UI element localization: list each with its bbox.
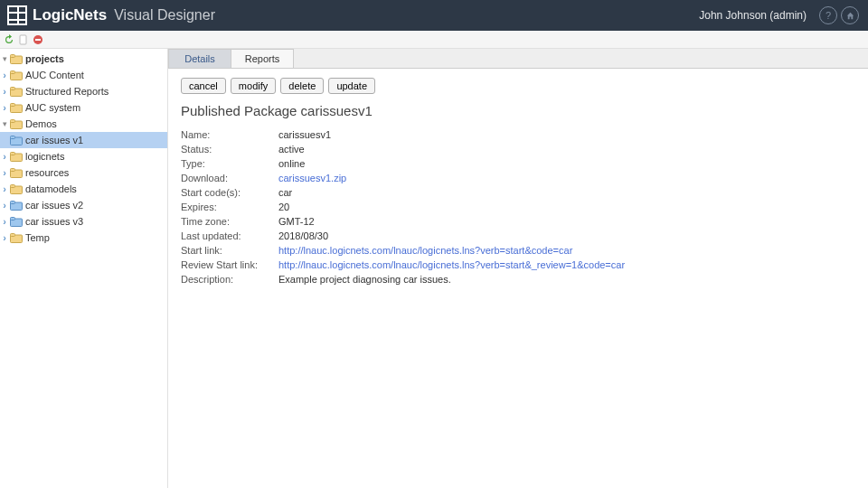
tree-item[interactable]: ›car issues v3: [0, 214, 167, 229]
tree-item-label: datamodels: [25, 182, 77, 196]
folder-icon: [10, 119, 23, 129]
svg-rect-20: [11, 184, 15, 187]
modify-button[interactable]: modify: [231, 78, 276, 94]
svg-rect-10: [11, 103, 15, 106]
tree-root-label: projects: [25, 52, 64, 66]
folder-icon: [10, 168, 23, 178]
svg-rect-24: [11, 217, 15, 220]
details-content: cancel modify delete update Published Pa…: [168, 69, 868, 296]
refresh-icon[interactable]: [4, 34, 14, 45]
svg-rect-14: [11, 136, 15, 138]
svg-rect-26: [11, 233, 15, 236]
product-name: Visual Designer: [114, 7, 215, 23]
table-row: Expires:20: [181, 200, 630, 214]
tree-item-label: car issues v3: [25, 214, 83, 229]
tree-item-label: AUC system: [25, 100, 80, 115]
folder-icon: [10, 70, 23, 80]
folder-icon: [10, 217, 23, 227]
svg-rect-18: [11, 168, 15, 171]
folder-icon: [10, 201, 23, 211]
tree-item[interactable]: ›datamodels: [0, 182, 167, 196]
delete-button[interactable]: delete: [280, 78, 324, 94]
table-row: Description:Example project diagnosing c…: [181, 272, 630, 286]
field-value[interactable]: carissuesv1.zip: [278, 171, 630, 185]
svg-rect-8: [11, 87, 15, 89]
field-value[interactable]: http://lnauc.logicnets.com/lnauc/logicne…: [278, 243, 630, 258]
table-row: Status:active: [181, 142, 630, 156]
tree-item[interactable]: ›car issues v2: [0, 198, 167, 212]
tree-item[interactable]: car issues v1: [0, 133, 167, 147]
new-doc-icon[interactable]: [18, 34, 29, 45]
arrow-right-icon[interactable]: ›: [0, 149, 9, 164]
tree-item[interactable]: ▾Demos: [0, 117, 167, 131]
tree-item-label: car issues v2: [25, 198, 83, 212]
page-title: Published Package carissuesv1: [181, 103, 855, 118]
field-value: carissuesv1: [278, 127, 630, 142]
table-row: Review Start link:http://lnauc.logicnets…: [181, 258, 630, 272]
arrow-down-icon[interactable]: ▾: [0, 52, 9, 66]
svg-rect-6: [11, 70, 15, 73]
table-row: Type:online: [181, 156, 630, 171]
tree-root[interactable]: ▾ projects: [0, 52, 167, 66]
delete-icon[interactable]: [33, 34, 43, 45]
project-toolbar: [0, 31, 868, 49]
folder-icon: [10, 233, 23, 243]
field-label: Last updated:: [181, 229, 278, 243]
field-value: online: [278, 156, 630, 171]
field-label: Status:: [181, 142, 278, 156]
update-button[interactable]: update: [328, 78, 375, 94]
tree-item[interactable]: ›AUC system: [0, 100, 167, 115]
tree-item[interactable]: ›logicnets: [0, 149, 167, 164]
arrow-right-icon[interactable]: ›: [0, 214, 9, 229]
project-tree: ▾ projects ›AUC Content›Structured Repor…: [0, 49, 168, 488]
tab-reports[interactable]: Reports: [231, 49, 294, 68]
folder-icon: [10, 103, 23, 113]
folder-icon: [10, 136, 23, 145]
arrow-right-icon[interactable]: ›: [0, 230, 9, 245]
brand-name: LogicNets: [33, 6, 107, 24]
folder-icon: [10, 87, 23, 97]
field-value: Example project diagnosing car issues.: [278, 272, 630, 286]
app-header: LogicNets Visual Designer John Johnson (…: [0, 0, 868, 31]
help-icon[interactable]: ?: [819, 6, 837, 24]
cancel-button[interactable]: cancel: [181, 78, 226, 94]
table-row: Download:carissuesv1.zip: [181, 171, 630, 185]
field-label: Start code(s):: [181, 185, 278, 200]
svg-rect-2: [35, 39, 41, 41]
field-value: 2018/08/30: [278, 229, 630, 243]
tree-item[interactable]: ›Structured Reports: [0, 84, 167, 99]
field-value: GMT-12: [278, 214, 630, 229]
folder-icon: [10, 152, 23, 162]
tree-item-label: Structured Reports: [25, 84, 108, 99]
svg-rect-0: [20, 35, 26, 44]
field-label: Expires:: [181, 200, 278, 214]
tree-item-label: car issues v1: [25, 133, 83, 147]
field-label: Description:: [181, 272, 278, 286]
home-icon[interactable]: [841, 6, 859, 24]
field-label: Download:: [181, 171, 278, 185]
arrow-right-icon[interactable]: ›: [0, 100, 9, 115]
field-value[interactable]: http://lnauc.logicnets.com/lnauc/logicne…: [278, 258, 630, 272]
main-panel: DetailsReports cancel modify delete upda…: [168, 49, 868, 488]
folder-icon: [10, 184, 23, 194]
arrow-right-icon[interactable]: ›: [0, 165, 9, 180]
field-value: car: [278, 185, 630, 200]
tree-item-label: resources: [25, 165, 69, 180]
arrow-right-icon[interactable]: ›: [0, 68, 9, 82]
folder-open-icon: [10, 54, 23, 64]
svg-rect-12: [11, 119, 15, 122]
arrow-right-icon[interactable]: ›: [0, 198, 9, 212]
arrow-right-icon[interactable]: ›: [0, 182, 9, 196]
tree-item[interactable]: ›AUC Content: [0, 68, 167, 82]
field-label: Review Start link:: [181, 258, 278, 272]
field-value: 20: [278, 200, 630, 214]
arrow-right-icon[interactable]: ›: [0, 84, 9, 99]
arrow-down-icon[interactable]: ▾: [0, 117, 9, 131]
table-row: Name:carissuesv1: [181, 127, 630, 142]
svg-rect-22: [11, 201, 15, 203]
tree-item[interactable]: ›Temp: [0, 230, 167, 245]
table-row: Last updated:2018/08/30: [181, 229, 630, 243]
field-label: Start link:: [181, 243, 278, 258]
tab-details[interactable]: Details: [168, 49, 231, 68]
tree-item[interactable]: ›resources: [0, 165, 167, 180]
